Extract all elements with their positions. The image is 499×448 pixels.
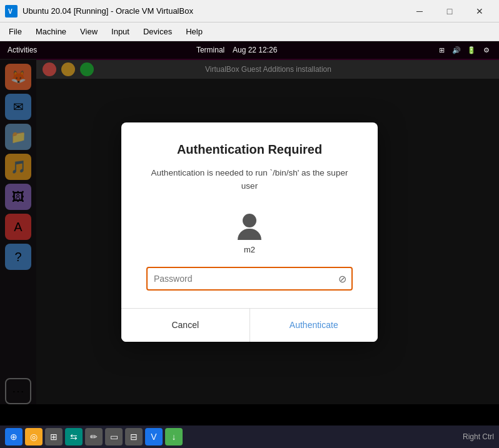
taskbar: ⊕ ◎ ⊞ ⇆ ✏ ▭ ⊟ V ↓ Right Ctrl: [0, 426, 499, 448]
auth-dialog-footer: Cancel Authenticate: [121, 308, 378, 342]
topbar-right: ⊞ 🔊 🔋 ⚙: [436, 45, 491, 55]
authenticate-button[interactable]: Authenticate: [250, 309, 378, 342]
taskbar-icon-6[interactable]: ▭: [105, 428, 123, 446]
topbar-center: Terminal Aug 22 12:26: [37, 46, 436, 54]
taskbar-icon-4[interactable]: ⇆: [65, 428, 83, 446]
activities-button[interactable]: Activities: [8, 46, 37, 54]
svg-text:V: V: [8, 8, 13, 15]
maximize-button[interactable]: □: [435, 2, 464, 21]
app-icon: V: [5, 5, 18, 17]
avatar-head: [243, 214, 256, 227]
ubuntu-topbar: Activities Terminal Aug 22 12:26 ⊞ 🔊 🔋 ⚙: [0, 41, 499, 59]
menu-item-view[interactable]: View: [74, 24, 104, 39]
cancel-button[interactable]: Cancel: [121, 309, 250, 342]
menu-item-machine[interactable]: Machine: [29, 24, 73, 39]
taskbar-icon-1[interactable]: ⊕: [5, 428, 23, 446]
menu-item-help[interactable]: Help: [179, 24, 209, 39]
taskbar-icon-2[interactable]: ◎: [25, 428, 43, 446]
menu-item-input[interactable]: Input: [105, 24, 136, 39]
menu-item-file[interactable]: File: [3, 24, 28, 39]
avatar-body: [238, 229, 261, 240]
username-label: m2: [146, 245, 353, 254]
auth-dialog-description: Authentication is needed to run `/bin/sh…: [146, 167, 353, 192]
battery-icon: 🔋: [466, 45, 476, 55]
taskbar-icon-8[interactable]: V: [145, 428, 163, 446]
window-titlebar: V Ubuntu 20.04 [Running] - Oracle VM Vir…: [0, 0, 499, 22]
network-icon: ⊞: [436, 45, 446, 55]
auth-dialog-body: Authentication Required Authentication i…: [121, 122, 378, 308]
password-input[interactable]: [146, 267, 353, 291]
user-avatar: [233, 207, 266, 240]
menu-item-devices[interactable]: Devices: [137, 24, 178, 39]
password-field-wrapper: ⊘: [146, 267, 353, 291]
window-controls: ─ □ ✕: [405, 2, 494, 21]
dialog-overlay: Authentication Required Authentication i…: [0, 60, 499, 404]
taskbar-icon-7[interactable]: ⊟: [125, 428, 143, 446]
ubuntu-desktop: Activities Terminal Aug 22 12:26 ⊞ 🔊 🔋 ⚙…: [0, 41, 499, 404]
close-button[interactable]: ✕: [465, 2, 494, 21]
taskbar-icon-3[interactable]: ⊞: [45, 428, 63, 446]
window-title: Ubuntu 20.04 [Running] - Oracle VM Virtu…: [23, 6, 400, 16]
terminal-label: Terminal: [196, 46, 224, 54]
volume-icon: 🔊: [451, 45, 461, 55]
toggle-password-icon[interactable]: ⊘: [338, 272, 346, 284]
menu-bar: FileMachineViewInputDevicesHelp: [0, 22, 499, 41]
taskbar-icon-9[interactable]: ↓: [165, 428, 183, 446]
taskbar-icon-5[interactable]: ✏: [85, 428, 103, 446]
right-ctrl-label: Right Ctrl: [463, 432, 494, 441]
settings-icon: ⚙: [481, 45, 491, 55]
datetime-label: Aug 22 12:26: [233, 46, 277, 54]
auth-dialog-title: Authentication Required: [146, 142, 353, 157]
minimize-button[interactable]: ─: [405, 2, 434, 21]
auth-dialog: Authentication Required Authentication i…: [121, 122, 378, 342]
